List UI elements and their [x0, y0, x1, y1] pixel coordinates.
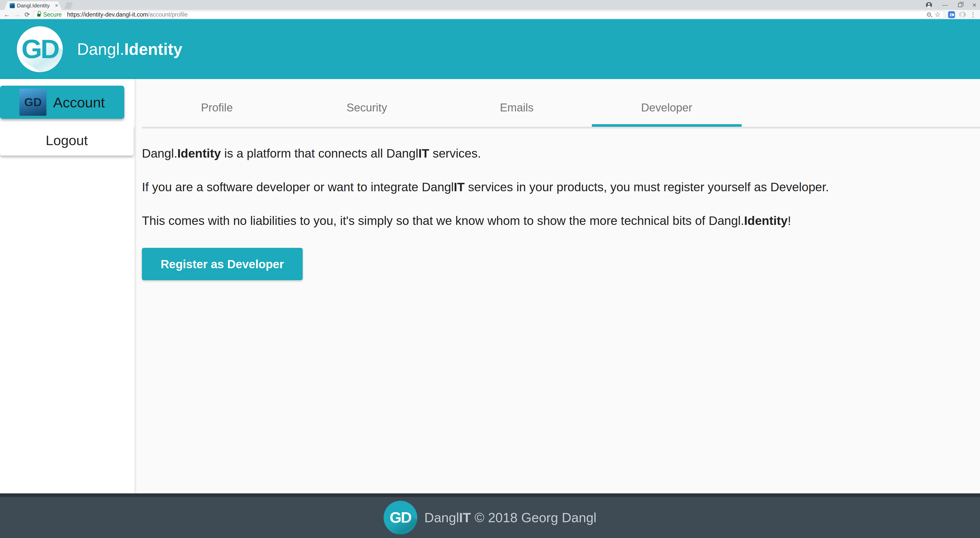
site-favicon-icon: GD	[10, 3, 15, 8]
window-close-button[interactable]: ×	[972, 2, 977, 9]
swirl-extension-icon[interactable]	[959, 11, 966, 18]
back-button[interactable]: ←	[3, 11, 10, 18]
text-segment: If you are a software developer or want …	[142, 180, 454, 194]
omnibox-divider	[64, 12, 65, 17]
gd-app-icon: GD	[19, 89, 46, 116]
address-bar[interactable]: Secure https://identity-dev.dangl-it.com…	[34, 11, 944, 18]
text-segment-bold: Identity	[177, 147, 221, 160]
sidebar-item-label: Logout	[46, 132, 88, 148]
text-segment: This comes with no liabilities to you, i…	[142, 214, 744, 227]
sidebar-item-label: Account	[53, 94, 105, 111]
forward-button[interactable]: →	[14, 11, 21, 18]
sidebar-item-account[interactable]: GD Account	[0, 86, 124, 119]
window-restore-button[interactable]	[958, 3, 962, 7]
tab-emails[interactable]: Emails	[442, 90, 592, 127]
tab-profile[interactable]: Profile	[142, 90, 292, 127]
sidebar-item-logout[interactable]: Logout	[0, 125, 134, 156]
tabs-bar: Profile Security Emails Developer	[142, 90, 980, 129]
reload-button[interactable]: ⟳	[24, 11, 30, 18]
footer-logo-text: GD	[390, 509, 411, 526]
window-controls: — ×	[926, 0, 977, 10]
text-segment: © 2018 Georg Dangl	[471, 510, 597, 525]
tab-close-icon[interactable]: ×	[55, 3, 58, 8]
browser-tabstrip: GD Dangl.Identity × — ×	[0, 0, 980, 10]
browser-profile-icon[interactable]	[926, 2, 932, 8]
register-as-developer-button[interactable]: Register as Developer	[142, 248, 303, 280]
developer-info-paragraph: If you are a software developer or want …	[142, 178, 923, 196]
browser-menu-icon[interactable]: ⋮	[970, 11, 977, 18]
lock-icon	[37, 13, 41, 17]
text-segment-bold: Identity	[744, 214, 788, 227]
url-text[interactable]: https://identity-dev.dangl-it.com/accoun…	[67, 11, 924, 18]
tab-security[interactable]: Security	[292, 90, 442, 127]
text-segment: Dangl.	[142, 147, 177, 160]
site-logo-text: GD	[21, 34, 58, 64]
page-title-prefix: Dangl.	[77, 40, 124, 59]
page-title: Dangl.Identity	[77, 40, 183, 59]
text-segment: services.	[429, 147, 481, 160]
page-zoom-icon[interactable]	[927, 13, 931, 17]
browser-toolbar: ← → ⟳ Secure https://identity-dev.dangl-…	[0, 10, 980, 19]
text-segment: Dangl	[425, 510, 459, 525]
site-footer: GD DanglIT © 2018 Georg Dangl	[0, 494, 980, 538]
text-segment: !	[788, 214, 791, 227]
url-host: https://identity-dev.dangl-it.com	[67, 11, 148, 18]
text-segment-bold: IT	[454, 180, 465, 194]
site-logo[interactable]: GD	[17, 26, 63, 72]
intro-paragraph: Dangl.Identity is a platform that connec…	[142, 145, 923, 162]
text-segment-bold: IT	[459, 510, 471, 525]
browser-tab[interactable]: GD Dangl.Identity ×	[4, 1, 62, 10]
tag-extension-icon[interactable]	[948, 11, 955, 18]
main-content: Profile Security Emails Developer Dangl.…	[135, 79, 980, 494]
site-header: GD Dangl.Identity	[0, 19, 980, 79]
url-path: /account/profile	[148, 11, 188, 18]
footer-copyright: DanglIT © 2018 Georg Dangl	[425, 510, 597, 525]
secure-label: Secure	[43, 11, 62, 18]
browser-tab-title: Dangl.Identity	[17, 3, 53, 9]
sidebar: GD Account Logout	[0, 79, 135, 494]
liability-paragraph: This comes with no liabilities to you, i…	[142, 212, 923, 230]
page-title-bold: Identity	[124, 40, 183, 59]
bookmark-star-icon[interactable]: ☆	[935, 11, 941, 18]
new-tab-button[interactable]	[64, 2, 73, 9]
site-body: GD Account Logout Profile Security Email…	[0, 79, 980, 494]
text-segment: is a platform that connects all Dangl	[221, 147, 418, 160]
window-minimize-button[interactable]: —	[942, 2, 948, 8]
tabs-list: Profile Security Emails Developer	[142, 90, 741, 127]
tab-developer[interactable]: Developer	[592, 90, 742, 127]
text-segment: services in your products, you must regi…	[465, 180, 829, 194]
text-segment-bold: IT	[418, 147, 429, 160]
footer-logo: GD	[383, 501, 417, 535]
